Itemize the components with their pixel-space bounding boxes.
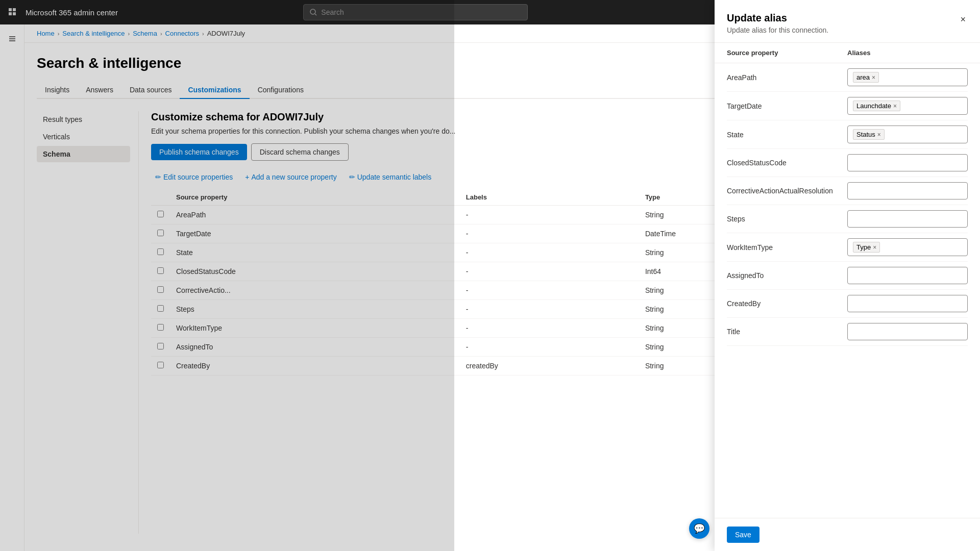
alias-tag: Launchdate× [853, 101, 900, 111]
tab-answers[interactable]: Answers [78, 82, 121, 99]
alias-input-wrap [847, 295, 968, 312]
alias-property-name: WorkItemType [727, 243, 847, 252]
alias-property-name: AssignedTo [727, 271, 847, 280]
row-checkbox[interactable] [157, 362, 164, 368]
tag-remove-button[interactable]: × [893, 103, 897, 109]
edit-source-properties-button[interactable]: ✏ Edit source properties [151, 171, 237, 183]
search-box[interactable] [303, 4, 528, 20]
row-checkbox[interactable] [157, 305, 164, 312]
row-checkbox-cell[interactable] [151, 319, 170, 338]
alias-row: ClosedStatusCode [727, 149, 968, 177]
row-property: AreaPath [170, 206, 460, 224]
breadcrumb-connectors[interactable]: Connectors [165, 30, 199, 37]
panel-columns: Source property Aliases [715, 43, 980, 63]
alias-input-field[interactable] [847, 267, 968, 284]
alias-input-wrap: area× [847, 68, 968, 86]
tag-remove-button[interactable]: × [872, 74, 875, 81]
row-labels: - [460, 300, 639, 319]
row-property: WorkItemType [170, 319, 460, 338]
alias-property-name: State [727, 131, 847, 139]
row-labels: - [460, 243, 639, 262]
row-property: TargetDate [170, 224, 460, 243]
col-source-property: Source property [170, 189, 460, 206]
sidebar-toggle [0, 24, 24, 551]
alias-input-wrap: Status× [847, 126, 968, 143]
add-icon: + [245, 173, 249, 181]
breadcrumb-home[interactable]: Home [37, 30, 55, 37]
panel-body: AreaPath area× TargetDate Launchdate× St… [715, 63, 980, 518]
save-button[interactable]: Save [727, 527, 760, 543]
alias-input-field[interactable] [847, 295, 968, 312]
tab-data-sources[interactable]: Data sources [121, 82, 180, 99]
svg-point-4 [310, 9, 315, 14]
row-checkbox-cell[interactable] [151, 262, 170, 281]
row-checkbox-cell[interactable] [151, 206, 170, 224]
row-checkbox-cell[interactable] [151, 224, 170, 243]
nav-schema[interactable]: Schema [37, 146, 130, 162]
row-checkbox[interactable] [157, 211, 164, 217]
alias-input-field[interactable] [847, 323, 968, 340]
row-labels: - [460, 206, 639, 224]
row-checkbox-cell[interactable] [151, 357, 170, 375]
alias-property-name: CorrectiveActionActualResolution [727, 187, 847, 195]
alias-input-field[interactable] [847, 154, 968, 171]
svg-rect-1 [13, 8, 16, 11]
alias-input-field[interactable]: area× [847, 68, 968, 86]
panel-header: Update alias Update alias for this conne… [715, 0, 980, 34]
alias-property-name: TargetDate [727, 102, 847, 110]
left-nav: Result types Verticals Schema [37, 111, 139, 534]
chat-fab-button[interactable]: 💬 [689, 518, 709, 539]
row-checkbox-cell[interactable] [151, 243, 170, 262]
alias-input-field[interactable] [847, 182, 968, 199]
row-checkbox[interactable] [157, 248, 164, 255]
row-checkbox-cell[interactable] [151, 281, 170, 300]
breadcrumb-schema[interactable]: Schema [133, 30, 157, 37]
update-semantic-labels-button[interactable]: ✏ Update semantic labels [345, 171, 436, 183]
tag-remove-button[interactable]: × [877, 132, 881, 138]
alias-input-field[interactable] [847, 210, 968, 228]
alias-input-wrap [847, 323, 968, 340]
grid-icon[interactable] [8, 8, 17, 17]
row-checkbox-cell[interactable] [151, 300, 170, 319]
nav-result-types[interactable]: Result types [37, 111, 130, 128]
row-checkbox-cell[interactable] [151, 338, 170, 357]
row-checkbox[interactable] [157, 343, 164, 349]
tab-insights[interactable]: Insights [37, 82, 78, 99]
row-labels: - [460, 338, 639, 357]
row-checkbox[interactable] [157, 324, 164, 331]
menu-toggle-button[interactable] [4, 31, 20, 47]
alias-row: WorkItemType Type× [727, 233, 968, 262]
breadcrumb-search-intelligence[interactable]: Search & intelligence [62, 30, 125, 37]
tag-remove-button[interactable]: × [873, 244, 876, 251]
col-header-source: Source property [727, 49, 847, 57]
row-checkbox[interactable] [157, 230, 164, 236]
search-input[interactable] [321, 8, 521, 16]
row-property: State [170, 243, 460, 262]
row-checkbox[interactable] [157, 286, 164, 293]
tab-configurations[interactable]: Configurations [250, 82, 312, 99]
alias-input-field[interactable]: Launchdate× [847, 97, 968, 115]
alias-row: CorrectiveActionActualResolution [727, 177, 968, 205]
col-labels: Labels [460, 189, 639, 206]
alias-row: CreatedBy [727, 290, 968, 318]
panel-footer: Save [715, 518, 980, 551]
alias-tag: Type× [853, 242, 880, 253]
discard-schema-button[interactable]: Discard schema changes [251, 143, 349, 161]
panel-close-button[interactable]: × [958, 12, 968, 27]
svg-line-5 [315, 14, 316, 15]
alias-property-name: ClosedStatusCode [727, 159, 847, 167]
alias-row: AreaPath area× [727, 63, 968, 92]
alias-row: TargetDate Launchdate× [727, 92, 968, 120]
tab-customizations[interactable]: Customizations [180, 82, 249, 99]
publish-schema-button[interactable]: Publish schema changes [151, 144, 247, 160]
alias-input-wrap [847, 182, 968, 199]
add-source-property-button[interactable]: + Add a new source property [241, 171, 341, 183]
nav-verticals[interactable]: Verticals [37, 129, 130, 145]
alias-input-field[interactable]: Type× [847, 238, 968, 256]
alias-row: Steps [727, 205, 968, 233]
row-labels: - [460, 281, 639, 300]
row-labels: - [460, 224, 639, 243]
update-alias-panel: Update alias Update alias for this conne… [715, 0, 980, 551]
alias-input-field[interactable]: Status× [847, 126, 968, 143]
row-checkbox[interactable] [157, 267, 164, 274]
